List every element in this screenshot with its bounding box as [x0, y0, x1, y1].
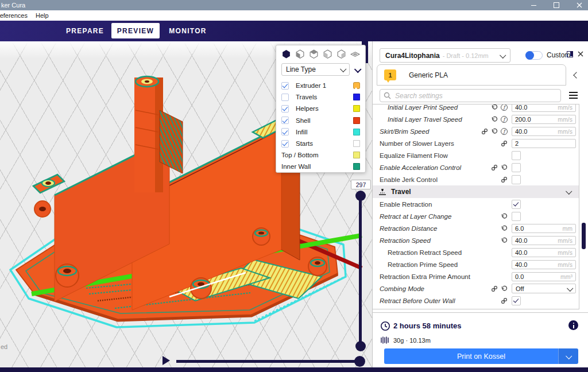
setting-row: Retraction Retract Speed 40.0 mm/s [373, 246, 579, 258]
profile-dropdown[interactable]: Cura4Litophania - Draft - 0.12mm [380, 48, 510, 63]
settings-menu-icon[interactable] [569, 92, 578, 99]
toggle-knob [525, 51, 534, 60]
legend-label: Starts [296, 140, 313, 147]
value-field[interactable]: 0.0 mm³ [512, 272, 576, 281]
function-icon[interactable]: ƒ [501, 128, 508, 135]
travel-section-header[interactable]: Travel [373, 185, 579, 198]
setting-checkbox[interactable] [512, 296, 521, 305]
value-field[interactable]: 40.0 mm/s [512, 127, 576, 136]
view-front-icon[interactable] [295, 49, 305, 59]
helpers-swatch [353, 105, 360, 112]
setting-row: Enable Retraction [373, 198, 579, 210]
print-button[interactable]: Print on Kossel [384, 348, 578, 364]
travels-checkbox[interactable] [281, 94, 289, 101]
extruder-tab[interactable]: 1 Generic PLA [377, 64, 566, 86]
material-name: Generic PLA [409, 71, 448, 79]
top-bottom-swatch [353, 152, 360, 158]
link-icon[interactable] [501, 297, 508, 304]
setting-checkbox[interactable] [512, 212, 521, 221]
material-usage-estimate: 30g · 10.13m [393, 337, 431, 344]
menu-item-help[interactable]: Help [36, 12, 49, 19]
panel-collapse-chevron-icon[interactable] [354, 65, 362, 73]
print-options-chevron[interactable] [558, 348, 578, 364]
undo-icon[interactable] [491, 104, 498, 111]
layer-slider-lower-handle[interactable] [355, 341, 366, 351]
value-field[interactable]: 40.0 mm/s [512, 104, 576, 112]
value-field[interactable]: 40.0 mm/s [512, 248, 576, 257]
tab-preview[interactable]: PREVIEW [111, 23, 160, 38]
print-time-estimate: 2 hours 58 minutes [393, 321, 461, 330]
legend-row-extruder1: Extruder 1 [281, 80, 360, 91]
helpers-checkbox[interactable] [281, 105, 289, 113]
settings-list: Initial Layer Print Speed ƒ 40.0 mm/s In… [373, 104, 579, 309]
maximize-icon[interactable] [552, 1, 560, 9]
shell-checkbox[interactable] [281, 117, 289, 124]
function-icon[interactable]: ƒ [501, 104, 508, 111]
link-icon[interactable] [491, 164, 498, 171]
setting-checkbox[interactable] [512, 163, 521, 172]
combing-mode-select[interactable]: Off [512, 284, 576, 293]
undo-icon[interactable] [491, 116, 498, 123]
main-header: PREPARE PREVIEW MONITOR Kossel Marketpla… [0, 21, 588, 41]
value-field[interactable]: 2 [512, 139, 576, 148]
settings-scrollbar[interactable] [582, 223, 586, 249]
infill-checkbox[interactable] [281, 128, 289, 135]
extruder-tab-collapse[interactable] [568, 64, 585, 86]
view-right-icon[interactable] [336, 49, 346, 59]
custom-mode-toggle[interactable] [525, 51, 543, 60]
tab-monitor[interactable]: MONITOR [171, 21, 204, 41]
chevron-down-icon [567, 285, 573, 291]
color-scheme-dropdown[interactable]: Line Type [281, 63, 350, 76]
color-scheme-value: Line Type [286, 65, 316, 73]
chevron-down-icon [340, 66, 346, 72]
undo-icon[interactable] [501, 285, 508, 292]
close-window-icon[interactable] [575, 1, 583, 9]
undo-icon[interactable] [501, 237, 508, 244]
view-options-panel: Line Type Extruder 1 Travels Helpers [276, 45, 366, 173]
info-icon[interactable] [568, 320, 578, 330]
link-icon[interactable] [481, 128, 488, 135]
dock-panel-icon[interactable] [567, 51, 573, 57]
value-field[interactable]: 200.0 mm/s [512, 115, 576, 124]
view-left-icon[interactable] [323, 49, 332, 59]
tab-prepare[interactable]: PREPARE [69, 21, 101, 41]
setting-checkbox[interactable] [512, 175, 521, 184]
title-bar: ker Cura [0, 0, 588, 10]
undo-icon[interactable] [491, 128, 498, 135]
simulation-slider-handle[interactable] [354, 356, 365, 367]
setting-checkbox[interactable] [512, 151, 521, 160]
layer-slider-upper-handle[interactable] [355, 191, 366, 201]
undo-icon[interactable] [501, 213, 508, 220]
play-icon[interactable] [163, 356, 170, 365]
function-icon[interactable]: ƒ [501, 116, 508, 123]
legend-label: Infill [296, 129, 307, 135]
setting-row: Initial Layer Print Speed ƒ 40.0 mm/s [373, 104, 579, 113]
value-field[interactable]: 40.0 mm/s [512, 236, 576, 245]
view-top-icon[interactable] [309, 49, 319, 59]
menu-item-preferences[interactable]: references [0, 12, 28, 19]
undo-icon[interactable] [501, 225, 508, 232]
window-title: ker Cura [1, 2, 25, 9]
link-icon[interactable] [501, 140, 508, 147]
value-field[interactable]: 40.0 mm/s [512, 260, 576, 269]
chevron-down-icon [566, 352, 572, 359]
search-input[interactable] [380, 89, 561, 102]
filament-spool-icon [381, 336, 390, 344]
link-icon[interactable] [501, 176, 508, 183]
flat-layer-view-icon[interactable] [350, 49, 360, 59]
minimize-icon[interactable] [529, 1, 537, 9]
starts-checkbox[interactable] [281, 140, 289, 148]
undo-icon[interactable] [501, 164, 508, 171]
legend-row-infill: Infill [281, 126, 360, 138]
extruder1-checkbox[interactable] [281, 82, 289, 90]
close-panel-icon[interactable] [577, 51, 584, 57]
link-icon[interactable] [491, 285, 498, 292]
setting-checkbox[interactable] [512, 200, 521, 209]
value-field[interactable]: 6.0 mm [512, 224, 576, 233]
line-type-legend: Extruder 1 Travels Helpers Shell Infill [276, 76, 365, 173]
layer-slider-track[interactable] [359, 196, 362, 347]
simulation-slider-track[interactable] [176, 360, 361, 363]
view-3d-icon[interactable] [281, 49, 291, 59]
window-controls [529, 0, 583, 10]
travel-section-icon [378, 188, 386, 196]
